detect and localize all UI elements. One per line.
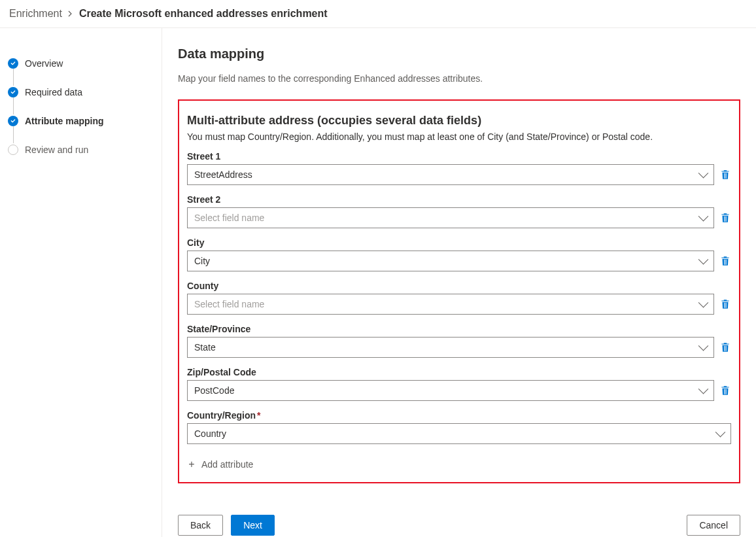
wizard-step-label: Required data <box>25 87 82 97</box>
trash-icon[interactable] <box>719 341 731 353</box>
card-desc: You must map Country/Region. Additionall… <box>187 131 731 142</box>
section-subtitle: Map your field names to the correspondin… <box>178 73 740 84</box>
plus-icon: + <box>187 459 196 470</box>
section-title: Data mapping <box>178 46 740 61</box>
wizard-step-label: Overview <box>25 58 63 69</box>
breadcrumb-root[interactable]: Enrichment <box>9 8 62 20</box>
back-button[interactable]: Back <box>178 515 223 536</box>
field-select[interactable]: Country <box>187 423 731 444</box>
trash-icon[interactable] <box>719 169 731 181</box>
wizard-steps: OverviewRequired dataAttribute mappingRe… <box>0 28 162 537</box>
trash-icon[interactable] <box>719 255 731 267</box>
cancel-button[interactable]: Cancel <box>687 515 740 536</box>
breadcrumb-current: Create Microsoft enhanced addresses enri… <box>79 8 328 20</box>
trash-icon[interactable] <box>719 212 731 224</box>
field-label: Street 1 <box>187 151 731 162</box>
field-group: CountySelect field name <box>187 281 731 315</box>
field-select[interactable]: Select field name <box>187 207 714 228</box>
field-group: Country/Region*Country <box>187 410 731 444</box>
field-label: City <box>187 237 731 248</box>
field-select[interactable]: Select field name <box>187 294 714 315</box>
main-content: Data mapping Map your field names to the… <box>162 28 756 537</box>
circle-icon <box>8 145 18 155</box>
field-label: County <box>187 281 731 291</box>
wizard-step-0[interactable]: Overview <box>8 49 162 78</box>
field-label: State/Province <box>187 324 731 334</box>
check-circle-icon <box>8 116 18 126</box>
add-attribute-button[interactable]: + Add attribute <box>187 453 731 476</box>
wizard-step-3[interactable]: Review and run <box>8 135 162 164</box>
field-group: Street 2Select field name <box>187 194 731 228</box>
chevron-right-icon <box>67 9 74 19</box>
trash-icon[interactable] <box>719 385 731 396</box>
field-label: Country/Region* <box>187 410 731 421</box>
field-group: CityCity <box>187 237 731 271</box>
field-group: Street 1StreetAddress <box>187 151 731 185</box>
field-select[interactable]: State <box>187 337 714 358</box>
breadcrumb: Enrichment Create Microsoft enhanced add… <box>0 0 756 28</box>
field-select[interactable]: StreetAddress <box>187 164 714 185</box>
check-circle-icon <box>8 58 18 69</box>
wizard-step-label: Review and run <box>25 145 88 155</box>
trash-icon[interactable] <box>719 298 731 310</box>
field-select[interactable]: City <box>187 251 714 271</box>
wizard-footer: Back Next Cancel <box>178 504 740 536</box>
next-button[interactable]: Next <box>231 515 275 536</box>
field-group: Zip/Postal CodePostCode <box>187 367 731 401</box>
field-label: Zip/Postal Code <box>187 367 731 377</box>
field-select[interactable]: PostCode <box>187 380 714 401</box>
field-group: State/ProvinceState <box>187 324 731 358</box>
wizard-step-1[interactable]: Required data <box>8 78 162 107</box>
card-title: Multi-attribute address (occupies severa… <box>187 114 731 128</box>
multi-attribute-card: Multi-attribute address (occupies severa… <box>178 99 740 483</box>
required-indicator: * <box>257 410 260 421</box>
add-attribute-label: Add attribute <box>201 459 253 470</box>
check-circle-icon <box>8 87 18 97</box>
wizard-step-2[interactable]: Attribute mapping <box>8 107 162 135</box>
wizard-step-label: Attribute mapping <box>25 116 104 126</box>
field-label: Street 2 <box>187 194 731 205</box>
